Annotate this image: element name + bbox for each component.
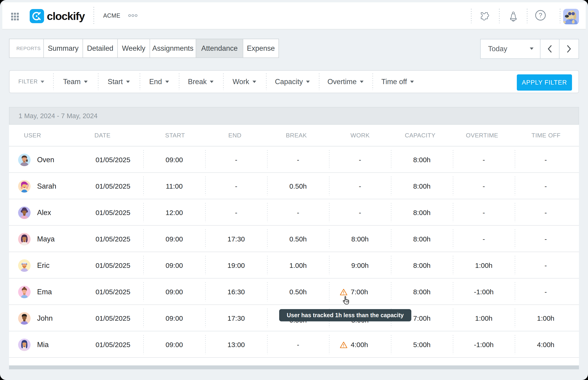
svg-text:?: ?	[539, 12, 542, 19]
